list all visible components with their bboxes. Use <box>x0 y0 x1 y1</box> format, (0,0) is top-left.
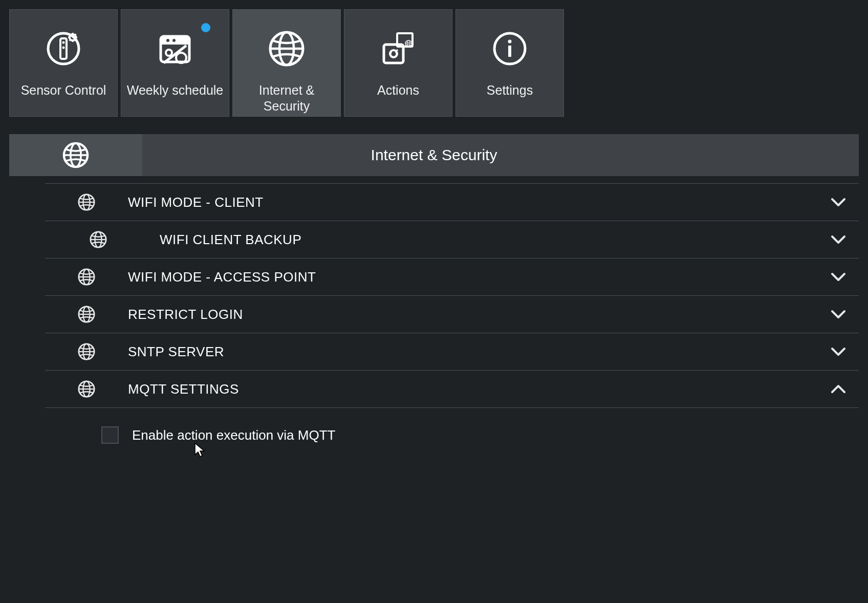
row-label: WIFI MODE - ACCESS POINT <box>128 269 818 285</box>
row-restrict-login[interactable]: RESTRICT LOGIN <box>45 295 859 333</box>
globe-icon <box>45 268 128 286</box>
globe-icon <box>45 306 128 323</box>
chevron-down-icon <box>818 270 859 284</box>
enable-mqtt-checkbox[interactable] <box>101 426 119 444</box>
top-tabs: Sensor Control Weekly schedule Internet … <box>9 9 859 117</box>
schedule-icon <box>157 30 193 67</box>
tab-sensor-control[interactable]: Sensor Control <box>9 9 118 117</box>
settings-list: WIFI MODE - CLIENT WIFI CLIENT BACKUP WI… <box>45 183 859 408</box>
globe-icon <box>45 343 128 360</box>
row-label: SNTP SERVER <box>128 344 818 360</box>
row-wifi-ap[interactable]: WIFI MODE - ACCESS POINT <box>45 258 859 295</box>
row-label: WIFI MODE - CLIENT <box>128 195 818 210</box>
tab-actions[interactable]: Actions <box>344 9 452 117</box>
chevron-down-icon <box>818 232 859 247</box>
tab-label: Sensor Control <box>16 82 112 98</box>
chevron-down-icon <box>818 195 859 209</box>
chevron-up-icon <box>818 382 859 396</box>
row-label: WIFI CLIENT BACKUP <box>151 232 818 248</box>
chevron-down-icon <box>818 307 859 321</box>
row-mqtt-settings[interactable]: MQTT SETTINGS <box>45 370 859 408</box>
enable-mqtt-label: Enable action execution via MQTT <box>132 427 335 443</box>
section-icon-box <box>9 134 142 176</box>
row-wifi-client-backup[interactable]: WIFI CLIENT BACKUP <box>45 221 859 258</box>
tab-label: Actions <box>372 82 424 98</box>
tab-label: Weekly schedule <box>122 82 229 98</box>
globe-icon <box>62 142 89 168</box>
tab-settings[interactable]: Settings <box>455 9 564 117</box>
globe-icon <box>268 30 305 67</box>
sensor-icon <box>45 30 82 67</box>
tab-internet-security[interactable]: Internet & Security <box>232 9 341 117</box>
row-wifi-client[interactable]: WIFI MODE - CLIENT <box>45 183 859 221</box>
section-header: Internet & Security <box>9 134 859 176</box>
tab-weekly-schedule[interactable]: Weekly schedule <box>121 9 229 117</box>
actions-icon <box>380 30 417 67</box>
globe-icon <box>45 380 128 398</box>
tab-label: Settings <box>482 82 538 98</box>
globe-icon <box>45 231 151 248</box>
chevron-down-icon <box>818 344 859 359</box>
info-icon <box>491 30 528 67</box>
cursor-icon <box>193 442 207 458</box>
notification-dot <box>201 23 210 32</box>
globe-icon <box>45 193 128 211</box>
mqtt-panel: Enable action execution via MQTT <box>45 408 859 444</box>
row-label: MQTT SETTINGS <box>128 381 818 397</box>
row-sntp-server[interactable]: SNTP SERVER <box>45 333 859 370</box>
tab-label: Internet & Security <box>233 82 340 115</box>
section-title: Internet & Security <box>142 146 859 164</box>
row-label: RESTRICT LOGIN <box>128 307 818 322</box>
